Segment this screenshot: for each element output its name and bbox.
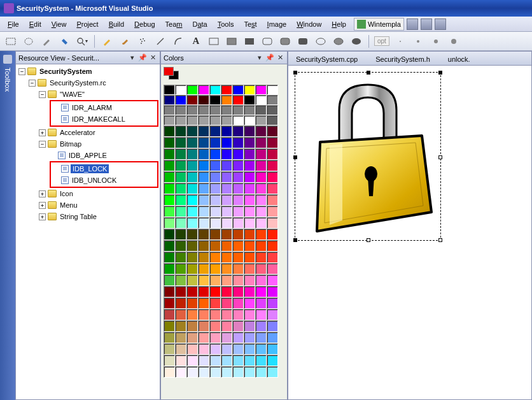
color-swatch[interactable] bbox=[232, 297, 244, 309]
menu-test[interactable]: Test bbox=[239, 18, 262, 30]
color-swatch[interactable] bbox=[164, 125, 175, 137]
color-swatch[interactable] bbox=[175, 148, 186, 160]
color-swatch[interactable] bbox=[164, 206, 175, 217]
color-swatch[interactable] bbox=[175, 355, 186, 366]
curve-tool[interactable] bbox=[171, 34, 185, 48]
color-swatch[interactable] bbox=[255, 355, 267, 366]
menu-view[interactable]: View bbox=[46, 18, 72, 30]
color-swatch[interactable] bbox=[164, 217, 175, 229]
color-swatch[interactable] bbox=[186, 85, 198, 95]
color-swatch[interactable] bbox=[186, 125, 198, 137]
ellipse-filled-outline-tool[interactable] bbox=[332, 34, 346, 48]
color-swatch[interactable] bbox=[221, 320, 232, 332]
color-swatch[interactable] bbox=[186, 137, 198, 148]
color-swatch[interactable] bbox=[175, 297, 186, 309]
color-swatch[interactable] bbox=[209, 252, 221, 263]
color-swatch[interactable] bbox=[164, 332, 175, 343]
image-editor-canvas[interactable] bbox=[288, 66, 531, 399]
color-swatch[interactable] bbox=[186, 229, 198, 240]
color-swatch[interactable] bbox=[164, 137, 175, 148]
color-swatch[interactable] bbox=[221, 240, 232, 252]
color-swatch[interactable] bbox=[267, 125, 278, 137]
color-swatch[interactable] bbox=[209, 320, 221, 332]
color-swatch[interactable] bbox=[232, 252, 244, 263]
color-swatch[interactable] bbox=[164, 229, 175, 240]
color-swatch[interactable] bbox=[267, 309, 278, 320]
color-swatch[interactable] bbox=[164, 240, 175, 252]
color-swatch[interactable] bbox=[244, 263, 255, 275]
color-swatch[interactable] bbox=[175, 206, 186, 217]
menu-edit[interactable]: Edit bbox=[24, 18, 46, 30]
color-swatch[interactable] bbox=[267, 240, 278, 252]
color-swatch[interactable] bbox=[198, 355, 209, 366]
tree-idb-unlock[interactable]: IDB_UNLOCK bbox=[52, 175, 156, 186]
color-swatch[interactable] bbox=[255, 343, 267, 355]
color-swatch[interactable] bbox=[175, 194, 186, 206]
color-swatch[interactable] bbox=[164, 366, 175, 378]
color-swatch[interactable] bbox=[175, 343, 186, 355]
resize-handle[interactable] bbox=[367, 71, 370, 75]
opt-label[interactable]: opt bbox=[374, 36, 389, 46]
expander-icon[interactable]: + bbox=[39, 202, 46, 209]
color-swatch[interactable] bbox=[232, 343, 244, 355]
color-swatch[interactable] bbox=[175, 366, 186, 378]
color-swatch[interactable] bbox=[221, 171, 232, 183]
color-swatch[interactable] bbox=[209, 275, 221, 286]
color-swatch[interactable] bbox=[209, 160, 221, 171]
color-swatch[interactable] bbox=[255, 366, 267, 378]
color-swatch[interactable] bbox=[209, 125, 221, 137]
color-swatch[interactable] bbox=[221, 263, 232, 275]
color-swatch[interactable] bbox=[267, 137, 278, 148]
color-swatch[interactable] bbox=[221, 125, 232, 137]
color-swatch[interactable] bbox=[267, 171, 278, 183]
color-swatch[interactable] bbox=[186, 194, 198, 206]
layout-icon-3[interactable] bbox=[435, 18, 446, 30]
menu-debug[interactable]: Debug bbox=[129, 18, 160, 30]
tab-h[interactable]: SecuritySystem.h bbox=[370, 54, 435, 65]
color-swatch[interactable] bbox=[164, 105, 175, 115]
color-swatch[interactable] bbox=[244, 217, 255, 229]
expander-icon[interactable]: − bbox=[29, 80, 36, 87]
color-swatch[interactable] bbox=[209, 194, 221, 206]
color-swatch[interactable] bbox=[232, 115, 244, 125]
color-swatch[interactable] bbox=[198, 240, 209, 252]
color-swatch[interactable] bbox=[175, 105, 186, 115]
rect-select-tool[interactable] bbox=[4, 34, 18, 48]
menu-image[interactable]: Image bbox=[262, 18, 292, 30]
color-swatch[interactable] bbox=[164, 297, 175, 309]
color-swatch[interactable] bbox=[221, 355, 232, 366]
color-swatch[interactable] bbox=[255, 206, 267, 217]
color-swatch[interactable] bbox=[232, 137, 244, 148]
color-swatch[interactable] bbox=[186, 206, 198, 217]
bucket-tool[interactable] bbox=[57, 34, 71, 48]
color-swatch[interactable] bbox=[175, 115, 186, 125]
menu-build[interactable]: Build bbox=[104, 18, 129, 30]
color-swatch[interactable] bbox=[164, 183, 175, 194]
color-swatch[interactable] bbox=[255, 275, 267, 286]
color-swatch[interactable] bbox=[164, 309, 175, 320]
color-swatch[interactable] bbox=[198, 252, 209, 263]
color-swatch[interactable] bbox=[267, 366, 278, 378]
rect-filled-outline-tool[interactable] bbox=[225, 34, 239, 48]
color-swatch[interactable] bbox=[221, 148, 232, 160]
color-swatch[interactable] bbox=[267, 217, 278, 229]
color-swatch[interactable] bbox=[198, 115, 209, 125]
color-swatch[interactable] bbox=[186, 217, 198, 229]
color-swatch[interactable] bbox=[267, 355, 278, 366]
color-swatch[interactable] bbox=[232, 286, 244, 297]
color-swatch[interactable] bbox=[221, 85, 232, 95]
resize-handle[interactable] bbox=[293, 155, 297, 159]
tree-bitmap[interactable]: − Bitmap bbox=[17, 138, 158, 150]
color-swatch[interactable] bbox=[198, 95, 209, 105]
color-swatch[interactable] bbox=[244, 85, 255, 95]
color-swatch[interactable] bbox=[244, 183, 255, 194]
color-swatch[interactable] bbox=[209, 171, 221, 183]
color-swatch[interactable] bbox=[267, 206, 278, 217]
color-swatch[interactable] bbox=[267, 115, 278, 125]
color-swatch[interactable] bbox=[244, 240, 255, 252]
color-swatch[interactable] bbox=[175, 263, 186, 275]
color-swatch[interactable] bbox=[267, 252, 278, 263]
color-swatch[interactable] bbox=[198, 263, 209, 275]
color-swatch[interactable] bbox=[209, 240, 221, 252]
color-swatch[interactable] bbox=[175, 309, 186, 320]
